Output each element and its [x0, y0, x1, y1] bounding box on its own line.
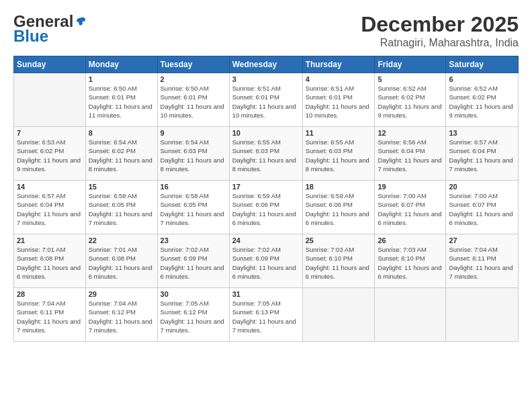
day-header: Monday — [85, 56, 157, 73]
calendar-cell: 22Sunrise: 7:01 AMSunset: 6:08 PMDayligh… — [85, 234, 157, 288]
day-number: 13 — [449, 129, 515, 137]
calendar-week-row: 14Sunrise: 6:57 AMSunset: 6:04 PMDayligh… — [14, 181, 519, 234]
day-number: 18 — [306, 183, 372, 191]
day-info: Sunrise: 7:05 AMSunset: 6:13 PMDaylight:… — [232, 299, 300, 334]
day-info: Sunrise: 6:53 AMSunset: 6:02 PMDaylight:… — [17, 138, 83, 173]
day-info: Sunrise: 6:55 AMSunset: 6:03 PMDaylight:… — [232, 138, 300, 173]
calendar-subtitle: Ratnagiri, Maharashtra, India — [361, 37, 519, 49]
title-block: December 2025 Ratnagiri, Maharashtra, In… — [361, 12, 519, 49]
logo-blue: Blue — [13, 28, 48, 44]
day-number: 10 — [232, 129, 300, 137]
calendar-cell: 28Sunrise: 7:04 AMSunset: 6:11 PMDayligh… — [14, 288, 86, 342]
day-number: 28 — [17, 290, 83, 298]
calendar-cell: 24Sunrise: 7:02 AMSunset: 6:09 PMDayligh… — [229, 234, 302, 288]
calendar-cell: 29Sunrise: 7:04 AMSunset: 6:12 PMDayligh… — [85, 288, 157, 342]
day-number: 25 — [306, 236, 372, 244]
day-info: Sunrise: 6:57 AMSunset: 6:04 PMDaylight:… — [17, 191, 83, 227]
calendar-cell: 10Sunrise: 6:55 AMSunset: 6:03 PMDayligh… — [229, 127, 302, 181]
calendar-cell: 18Sunrise: 6:59 AMSunset: 6:06 PMDayligh… — [302, 181, 375, 234]
day-info: Sunrise: 7:00 AMSunset: 6:07 PMDaylight:… — [378, 191, 443, 227]
day-info: Sunrise: 6:58 AMSunset: 6:05 PMDaylight:… — [161, 191, 226, 227]
calendar-cell: 16Sunrise: 6:58 AMSunset: 6:05 PMDayligh… — [157, 181, 229, 234]
calendar-cell: 7Sunrise: 6:53 AMSunset: 6:02 PMDaylight… — [14, 127, 86, 181]
day-number: 30 — [161, 290, 226, 298]
day-header: Wednesday — [229, 56, 302, 73]
day-info: Sunrise: 6:54 AMSunset: 6:03 PMDaylight:… — [161, 138, 226, 173]
calendar-cell: 4Sunrise: 6:51 AMSunset: 6:01 PMDaylight… — [302, 73, 375, 127]
calendar-cell: 20Sunrise: 7:00 AMSunset: 6:07 PMDayligh… — [446, 181, 519, 234]
day-number: 4 — [306, 75, 372, 83]
header: General Blue December 2025 Ratnagiri, Ma… — [13, 12, 519, 49]
calendar-cell: 14Sunrise: 6:57 AMSunset: 6:04 PMDayligh… — [14, 181, 86, 234]
calendar-title: December 2025 — [361, 12, 519, 37]
day-number: 17 — [232, 183, 300, 191]
day-number: 24 — [232, 236, 300, 244]
day-info: Sunrise: 6:52 AMSunset: 6:02 PMDaylight:… — [378, 84, 443, 120]
day-info: Sunrise: 7:04 AMSunset: 6:11 PMDaylight:… — [449, 245, 515, 281]
calendar-week-row: 1Sunrise: 6:50 AMSunset: 6:01 PMDaylight… — [14, 73, 519, 127]
calendar-cell: 27Sunrise: 7:04 AMSunset: 6:11 PMDayligh… — [446, 234, 519, 288]
day-header: Sunday — [14, 56, 86, 73]
header-row: SundayMondayTuesdayWednesdayThursdayFrid… — [14, 56, 519, 73]
day-header: Friday — [375, 56, 446, 73]
calendar-cell: 19Sunrise: 7:00 AMSunset: 6:07 PMDayligh… — [375, 181, 446, 234]
day-number: 23 — [161, 236, 226, 244]
day-info: Sunrise: 6:55 AMSunset: 6:03 PMDaylight:… — [306, 138, 372, 173]
day-info: Sunrise: 6:54 AMSunset: 6:02 PMDaylight:… — [89, 138, 154, 173]
day-info: Sunrise: 7:05 AMSunset: 6:12 PMDaylight:… — [161, 299, 226, 334]
day-number: 3 — [232, 75, 300, 83]
day-number: 21 — [17, 236, 83, 244]
day-number: 20 — [449, 183, 515, 191]
calendar-cell: 6Sunrise: 6:52 AMSunset: 6:02 PMDaylight… — [446, 73, 519, 127]
calendar-cell: 5Sunrise: 6:52 AMSunset: 6:02 PMDaylight… — [375, 73, 446, 127]
calendar-cell: 2Sunrise: 6:50 AMSunset: 6:01 PMDaylight… — [157, 73, 229, 127]
calendar-week-row: 28Sunrise: 7:04 AMSunset: 6:11 PMDayligh… — [14, 288, 519, 342]
day-number: 9 — [161, 129, 226, 137]
day-header: Saturday — [446, 56, 519, 73]
day-number: 16 — [161, 183, 226, 191]
calendar-cell: 12Sunrise: 6:56 AMSunset: 6:04 PMDayligh… — [375, 127, 446, 181]
calendar-cell: 25Sunrise: 7:03 AMSunset: 6:10 PMDayligh… — [302, 234, 375, 288]
calendar-cell: 15Sunrise: 6:58 AMSunset: 6:05 PMDayligh… — [85, 181, 157, 234]
day-info: Sunrise: 7:02 AMSunset: 6:09 PMDaylight:… — [232, 245, 300, 281]
logo-bird-icon — [75, 15, 87, 28]
day-number: 2 — [161, 75, 226, 83]
day-number: 11 — [306, 129, 372, 137]
day-number: 26 — [378, 236, 443, 244]
calendar-cell: 1Sunrise: 6:50 AMSunset: 6:01 PMDaylight… — [85, 73, 157, 127]
calendar-cell: 11Sunrise: 6:55 AMSunset: 6:03 PMDayligh… — [302, 127, 375, 181]
day-info: Sunrise: 6:50 AMSunset: 6:01 PMDaylight:… — [161, 84, 226, 120]
day-number: 8 — [89, 129, 154, 137]
day-number: 31 — [232, 290, 300, 298]
calendar-cell: 31Sunrise: 7:05 AMSunset: 6:13 PMDayligh… — [229, 288, 302, 342]
day-info: Sunrise: 7:00 AMSunset: 6:07 PMDaylight:… — [449, 191, 515, 227]
day-info: Sunrise: 7:01 AMSunset: 6:08 PMDaylight:… — [89, 245, 154, 281]
logo: General Blue — [13, 12, 87, 44]
calendar-cell: 8Sunrise: 6:54 AMSunset: 6:02 PMDaylight… — [85, 127, 157, 181]
day-header: Tuesday — [157, 56, 229, 73]
day-info: Sunrise: 7:03 AMSunset: 6:10 PMDaylight:… — [378, 245, 443, 281]
day-info: Sunrise: 6:56 AMSunset: 6:04 PMDaylight:… — [378, 138, 443, 173]
day-number: 7 — [17, 129, 83, 137]
calendar-week-row: 7Sunrise: 6:53 AMSunset: 6:02 PMDaylight… — [14, 127, 519, 181]
day-number: 19 — [378, 183, 443, 191]
calendar-table: SundayMondayTuesdayWednesdayThursdayFrid… — [13, 56, 519, 342]
calendar-cell: 23Sunrise: 7:02 AMSunset: 6:09 PMDayligh… — [157, 234, 229, 288]
day-info: Sunrise: 7:04 AMSunset: 6:11 PMDaylight:… — [17, 299, 83, 334]
day-info: Sunrise: 6:51 AMSunset: 6:01 PMDaylight:… — [232, 84, 300, 120]
calendar-cell: 30Sunrise: 7:05 AMSunset: 6:12 PMDayligh… — [157, 288, 229, 342]
day-number: 22 — [89, 236, 154, 244]
calendar-cell: 3Sunrise: 6:51 AMSunset: 6:01 PMDaylight… — [229, 73, 302, 127]
calendar-cell: 13Sunrise: 6:57 AMSunset: 6:04 PMDayligh… — [446, 127, 519, 181]
day-info: Sunrise: 6:59 AMSunset: 6:06 PMDaylight:… — [232, 191, 300, 227]
day-info: Sunrise: 6:50 AMSunset: 6:01 PMDaylight:… — [89, 84, 154, 120]
calendar-cell: 21Sunrise: 7:01 AMSunset: 6:08 PMDayligh… — [14, 234, 86, 288]
calendar-cell: 17Sunrise: 6:59 AMSunset: 6:06 PMDayligh… — [229, 181, 302, 234]
day-number: 15 — [89, 183, 154, 191]
day-number: 6 — [449, 75, 515, 83]
day-info: Sunrise: 6:59 AMSunset: 6:06 PMDaylight:… — [306, 191, 372, 227]
day-number: 14 — [17, 183, 83, 191]
day-number: 12 — [378, 129, 443, 137]
calendar-cell — [446, 288, 519, 342]
page: General Blue December 2025 Ratnagiri, Ma… — [0, 0, 532, 411]
